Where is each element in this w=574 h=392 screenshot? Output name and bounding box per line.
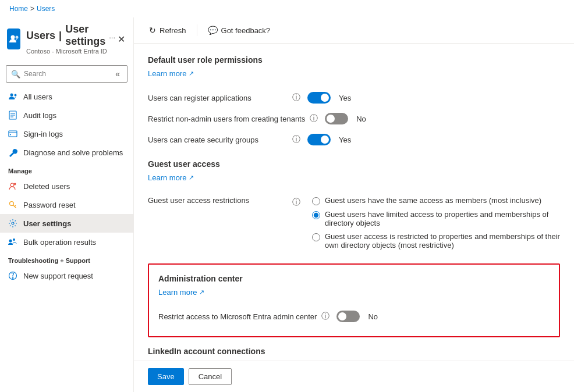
nav-item-user-settings[interactable]: User settings — [0, 214, 133, 233]
manage-section-title: Manage — [0, 162, 133, 177]
guest-external-link-icon: ↗ — [189, 174, 194, 181]
breadcrumb-users[interactable]: Users — [37, 5, 55, 13]
sidebar-separator: | — [59, 30, 62, 42]
audit-icon — [8, 111, 17, 120]
admin-center-setting: Restrict access to Microsoft Entra admin… — [158, 306, 550, 327]
nav-item-sign-in-logs[interactable]: Sign-in logs — [0, 124, 133, 143]
search-icon: 🔍 — [11, 70, 20, 79]
nav-label-audit-logs: Audit logs — [23, 111, 56, 120]
admin-center-info-icon[interactable]: ⓘ — [321, 311, 329, 322]
nav-item-all-users[interactable]: All users — [0, 87, 133, 106]
nav-label-all-users: All users — [23, 92, 52, 101]
security-groups-label: Users can create security groups — [148, 136, 288, 144]
setting-security-groups: Users can create security groups ⓘ Yes — [148, 129, 560, 150]
security-groups-toggle-label: Yes — [339, 136, 351, 144]
admin-center-section-title: Administration center — [158, 274, 550, 283]
feedback-button[interactable]: 💬 Got feedback? — [202, 22, 277, 38]
register-apps-toggle-label: Yes — [339, 94, 351, 102]
nav-item-password-reset[interactable]: Password reset — [0, 195, 133, 214]
refresh-button[interactable]: ↻ Refresh — [143, 22, 192, 38]
nav-label-diagnose: Diagnose and solve problems — [23, 148, 123, 157]
guest-option-restricted-access-label: Guest user access is restricted to prope… — [325, 232, 560, 250]
search-box[interactable]: 🔍 « — [6, 65, 127, 83]
guest-section-title: Guest user access — [148, 159, 560, 169]
people-icon — [8, 92, 17, 101]
setting-register-apps: Users can register applications ⓘ Yes — [148, 87, 560, 108]
guest-option-restricted-access[interactable]: Guest user access is restricted to prope… — [312, 232, 560, 250]
search-input[interactable] — [24, 70, 109, 78]
support-icon — [8, 271, 17, 280]
admin-center-box: Administration center Learn more ↗ Restr… — [148, 263, 560, 337]
wrench-icon — [8, 148, 17, 157]
admin-center-toggle-label: No — [368, 312, 378, 321]
nav-item-bulk-operations[interactable]: Bulk operation results — [0, 233, 133, 251]
admin-center-learn-more[interactable]: Learn more ↗ — [158, 288, 204, 297]
nav-item-diagnose[interactable]: Diagnose and solve problems — [0, 143, 133, 162]
register-apps-label: Users can register applications — [148, 94, 288, 102]
nav-item-new-support[interactable]: New support request — [0, 266, 133, 285]
breadcrumb-sep: > — [30, 5, 34, 13]
guest-learn-more[interactable]: Learn more ↗ — [148, 173, 194, 182]
default-role-learn-more[interactable]: Learn more ↗ — [148, 69, 194, 78]
sidebar-org-name: Contoso - Microsoft Entra ID — [26, 48, 115, 55]
admin-center-setting-label: Restrict access to Microsoft Entra admin… — [158, 312, 317, 321]
svg-point-9 — [10, 134, 11, 136]
breadcrumb: Home > Users — [0, 0, 574, 17]
svg-rect-8 — [9, 131, 17, 137]
admin-external-link-icon: ↗ — [199, 288, 204, 296]
toolbar: ↻ Refresh 💬 Got feedback? — [134, 17, 574, 44]
save-button[interactable]: Save — [148, 368, 184, 385]
ellipsis-icon[interactable]: ... — [109, 31, 115, 40]
guest-access-setting: Guest user access restrictions ⓘ Guest u… — [148, 191, 560, 254]
guest-radio-limited-access[interactable] — [312, 211, 320, 219]
feedback-icon: 💬 — [208, 26, 218, 35]
feedback-label: Got feedback? — [221, 26, 271, 35]
guest-option-same-access[interactable]: Guest users have the same access as memb… — [312, 196, 560, 205]
guest-access-radio-group: Guest users have the same access as memb… — [312, 196, 560, 250]
bulk-icon — [8, 237, 17, 247]
security-groups-info-icon[interactable]: ⓘ — [292, 134, 300, 145]
admin-center-toggle[interactable] — [336, 311, 360, 322]
cancel-button[interactable]: Cancel — [189, 368, 232, 385]
setting-restrict-tenants: Restrict non-admin users from creating t… — [148, 108, 560, 129]
content-scroll: Default user role permissions Learn more… — [134, 44, 574, 361]
guest-option-limited-access[interactable]: Guest users have limited access to prope… — [312, 210, 560, 227]
nav-item-audit-logs[interactable]: Audit logs — [0, 106, 133, 124]
svg-point-13 — [9, 240, 12, 243]
guest-radio-same-access[interactable] — [312, 197, 320, 205]
restrict-tenants-label: Restrict non-admin users from creating t… — [148, 115, 305, 123]
external-link-icon: ↗ — [189, 70, 194, 77]
refresh-label: Refresh — [160, 26, 186, 35]
svg-point-2 — [10, 94, 13, 97]
restrict-tenants-toggle-label: No — [356, 115, 366, 123]
breadcrumb-home[interactable]: Home — [9, 5, 28, 13]
restrict-tenants-info-icon[interactable]: ⓘ — [310, 113, 318, 124]
svg-point-11 — [10, 202, 14, 206]
refresh-icon: ↻ — [149, 26, 156, 35]
svg-point-12 — [12, 222, 14, 224]
nav-label-password-reset: Password reset — [23, 201, 76, 209]
key-icon — [8, 200, 17, 209]
content-area: ↻ Refresh 💬 Got feedback? Default user r… — [134, 17, 574, 392]
guest-option-same-access-label: Guest users have the same access as memb… — [325, 196, 541, 205]
svg-point-3 — [15, 94, 17, 97]
guest-access-info-icon[interactable]: ⓘ — [292, 197, 300, 208]
sidebar: Users | User settings ... Contoso - Micr… — [0, 17, 134, 392]
register-apps-info-icon[interactable]: ⓘ — [292, 92, 300, 103]
guest-radio-restricted-access[interactable] — [312, 233, 320, 241]
register-apps-toggle[interactable] — [307, 92, 331, 104]
nav-item-deleted-users[interactable]: Deleted users — [0, 177, 133, 195]
close-button[interactable]: ✕ — [115, 31, 127, 47]
security-groups-toggle[interactable] — [307, 134, 331, 145]
nav-label-user-settings: User settings — [23, 219, 71, 228]
collapse-button[interactable]: « — [113, 68, 122, 80]
deleted-icon — [8, 181, 17, 191]
settings-icon — [8, 219, 17, 228]
guest-option-limited-access-label: Guest users have limited access to prope… — [325, 210, 560, 227]
nav-label-sign-in-logs: Sign-in logs — [23, 130, 63, 138]
svg-point-14 — [13, 238, 15, 241]
signin-icon — [8, 129, 17, 138]
restrict-tenants-toggle[interactable] — [325, 113, 348, 124]
sidebar-page-subtitle: User settings — [65, 23, 105, 48]
guest-access-label: Guest user access restrictions — [148, 196, 288, 205]
